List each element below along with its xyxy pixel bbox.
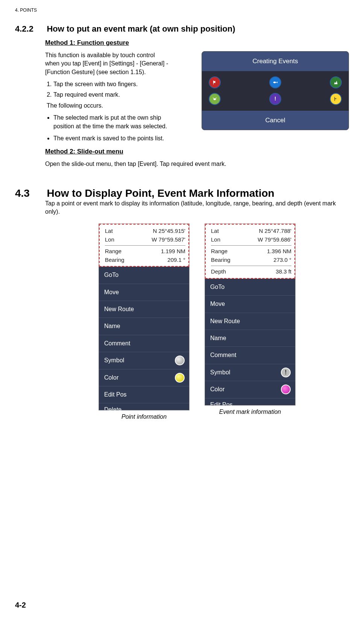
bearing-label: Bearing (105, 256, 124, 264)
menu-comment[interactable]: Comment (205, 347, 295, 364)
lat-value: N 25°47.788' (259, 227, 291, 236)
lon-value: W 79°59.587' (152, 236, 185, 244)
step-2: Tap required event mark. (53, 91, 169, 99)
section-43-body: Tap a point or event mark to display its… (45, 199, 349, 216)
method-2-body: Open the slide-out menu, then tap [Event… (45, 160, 349, 168)
bearing-label: Bearing (211, 256, 231, 264)
range-value: 1.396 NM (267, 247, 291, 256)
color-swatch-icon (281, 384, 291, 394)
event-icon-flag2[interactable] (330, 93, 342, 105)
event-icon-fish[interactable] (269, 76, 281, 88)
point-info-panel: LatN 25°45.915' LonW 79°59.587' Range1.1… (99, 223, 190, 410)
range-label: Range (105, 247, 121, 256)
symbol-swatch-icon: ! (281, 368, 291, 377)
lat-label: Lat (105, 227, 113, 236)
section-title: How to put an event mark (at own ship po… (47, 24, 235, 34)
range-label: Range (211, 247, 228, 256)
section-number: 4.2.2 (15, 24, 45, 34)
following-occurs: The following occurs. (47, 102, 169, 110)
point-info-box: LatN 25°45.915' LonW 79°59.587' Range1.1… (99, 224, 189, 267)
lon-value: W 79°59.686' (258, 236, 291, 244)
event-icon-crab[interactable] (209, 93, 221, 105)
event-icon-reef[interactable] (330, 76, 342, 88)
method-1-paragraph: This function is available by touch cont… (45, 51, 169, 76)
lat-value: N 25°45.915' (153, 227, 185, 236)
bullet-own-ship: The selected mark is put at the own ship… (53, 114, 169, 131)
menu-editpos-partial[interactable]: Edit Pos (205, 398, 295, 405)
section-number-43: 4.3 (15, 187, 45, 199)
menu-color[interactable]: Color (205, 381, 295, 398)
section-4-3: 4.3 How to Display Point, Event Mark Inf… (15, 187, 349, 199)
color-swatch-icon (175, 373, 185, 383)
bearing-value: 273.0 ° (273, 256, 291, 264)
event-info-box: LatN 25°47.788' LonW 79°59.686' Range1.3… (205, 224, 295, 279)
creating-events-dialog: Creating Events ! Cancel (202, 51, 349, 131)
menu-new-route[interactable]: New Route (205, 313, 295, 330)
menu-symbol[interactable]: Symbol (99, 352, 189, 369)
menu-comment[interactable]: Comment (99, 335, 189, 352)
method-2-heading: Method 2: Slide-out menu (45, 147, 349, 156)
depth-value: 38.3 ft (276, 267, 291, 276)
bearing-value: 209.1 ° (167, 256, 185, 264)
menu-new-route[interactable]: New Route (99, 301, 189, 318)
event-info-panel: LatN 25°47.788' LonW 79°59.686' Range1.3… (205, 223, 296, 405)
dialog-title: Creating Events (202, 52, 349, 71)
event-info-caption: Event mark information (205, 408, 296, 416)
point-info-caption: Point information (99, 413, 190, 421)
menu-edit-pos[interactable]: Edit Pos (99, 386, 189, 403)
page-number: 4-2 (15, 601, 26, 609)
lon-label: Lon (105, 236, 114, 244)
cancel-button[interactable]: Cancel (202, 110, 349, 130)
depth-label: Depth (211, 267, 226, 276)
bullet-saved-points: The event mark is saved to the points li… (53, 134, 349, 143)
lat-label: Lat (211, 227, 219, 236)
event-icon-flag[interactable] (209, 76, 221, 88)
menu-name[interactable]: Name (99, 318, 189, 335)
menu-goto[interactable]: GoTo (99, 267, 189, 284)
lon-label: Lon (211, 236, 220, 244)
section-4-2-2: 4.2.2 How to put an event mark (at own s… (15, 24, 349, 34)
menu-goto[interactable]: GoTo (205, 279, 295, 296)
menu-move[interactable]: Move (99, 284, 189, 301)
event-icon-exclamation[interactable]: ! (269, 93, 281, 105)
menu-name[interactable]: Name (205, 330, 295, 347)
menu-move[interactable]: Move (205, 296, 295, 313)
menu-delete-partial[interactable]: Delete (99, 403, 189, 410)
menu-color[interactable]: Color (99, 369, 189, 386)
creating-events-figure: Creating Events ! Cancel (202, 51, 349, 131)
page-header: 4. POINTS (15, 8, 349, 13)
range-value: 1.199 NM (161, 247, 185, 256)
method-1-heading: Method 1: Function gesture (45, 38, 349, 47)
menu-symbol[interactable]: Symbol! (205, 364, 295, 381)
step-1: Tap the screen with two fingers. (53, 80, 169, 88)
section-title-43: How to Display Point, Event Mark Informa… (47, 187, 274, 199)
symbol-swatch-icon (175, 356, 185, 365)
